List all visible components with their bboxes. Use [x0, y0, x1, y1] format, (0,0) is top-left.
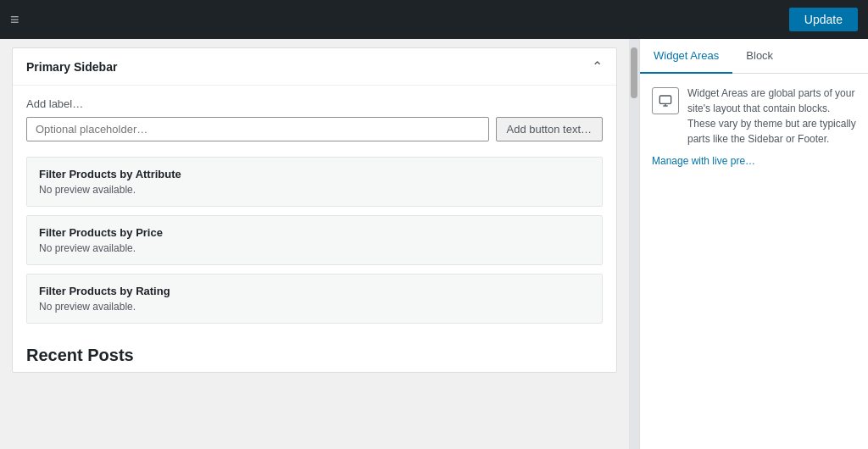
widget-icon-box	[652, 87, 679, 114]
right-panel-content: Widget Areas are global parts of your si…	[640, 74, 868, 449]
widget-info-text: Widget Areas are global parts of your si…	[687, 86, 856, 147]
hamburger-icon[interactable]: ≡	[10, 11, 19, 29]
top-bar: ≡ Update	[0, 0, 868, 39]
chevron-up-icon[interactable]: ⌃	[592, 58, 603, 75]
monitor-icon	[659, 94, 672, 108]
add-label-text: Add label…	[26, 97, 603, 110]
main-layout: Primary Sidebar ⌃ Add label… Add button …	[0, 39, 868, 449]
recent-posts-section: Recent Posts	[13, 332, 616, 372]
add-button-text-button[interactable]: Add button text…	[496, 117, 603, 141]
widget-block-2: Filter Products by Rating No preview ava…	[26, 274, 603, 324]
widget-info-row: Widget Areas are global parts of your si…	[652, 86, 856, 147]
widget-block-title-2: Filter Products by Rating	[39, 285, 590, 297]
widget-block-0: Filter Products by Attribute No preview …	[26, 157, 603, 207]
sidebar-panel-header: Primary Sidebar ⌃	[13, 48, 616, 86]
tab-block[interactable]: Block	[732, 39, 787, 74]
placeholder-input[interactable]	[26, 117, 489, 141]
manage-link[interactable]: Manage with live pre…	[652, 155, 856, 167]
update-button[interactable]: Update	[789, 8, 858, 31]
sidebar-panel: Primary Sidebar ⌃ Add label… Add button …	[12, 47, 617, 373]
right-tabs: Widget Areas Block	[640, 39, 868, 74]
scroll-thumb	[631, 47, 637, 98]
svg-rect-0	[659, 96, 670, 103]
scroll-indicator[interactable]	[629, 39, 639, 449]
widget-block-preview-0: No preview available.	[39, 184, 590, 196]
widget-block-title-0: Filter Products by Attribute	[39, 168, 590, 180]
sidebar-panel-title: Primary Sidebar	[26, 60, 117, 74]
widget-block-preview-1: No preview available.	[39, 242, 590, 254]
input-row: Add button text…	[26, 117, 603, 141]
widget-block-1: Filter Products by Price No preview avai…	[26, 215, 603, 265]
recent-posts-title: Recent Posts	[26, 346, 134, 364]
label-row: Add label… Add button text…	[13, 86, 616, 148]
tab-widget-areas[interactable]: Widget Areas	[640, 39, 732, 74]
center-content: Primary Sidebar ⌃ Add label… Add button …	[0, 39, 629, 449]
right-panel: Widget Areas Block Widget Areas are glob…	[639, 39, 868, 449]
widget-block-title-1: Filter Products by Price	[39, 226, 590, 239]
widget-block-preview-2: No preview available.	[39, 301, 590, 313]
